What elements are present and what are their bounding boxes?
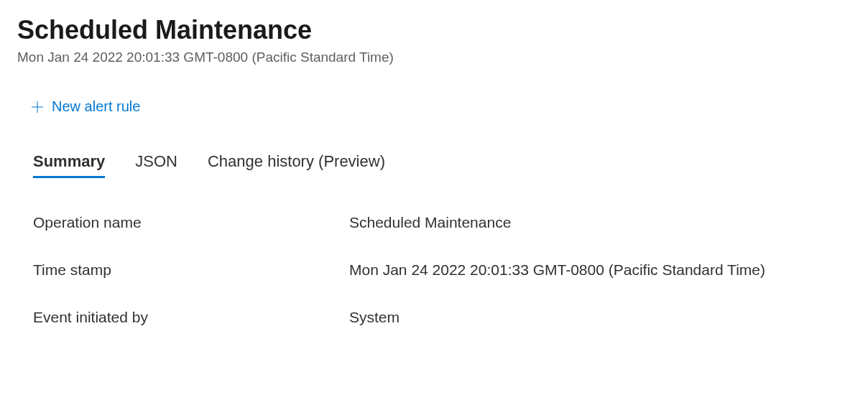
toolbar: New alert rule xyxy=(17,98,851,115)
tab-summary[interactable]: Summary xyxy=(33,152,105,178)
detail-row-time-stamp: Time stamp Mon Jan 24 2022 20:01:33 GMT-… xyxy=(33,261,851,279)
time-stamp-value: Mon Jan 24 2022 20:01:33 GMT-0800 (Pacif… xyxy=(349,261,765,279)
event-initiated-by-label: Event initiated by xyxy=(33,309,349,326)
page-subtitle: Mon Jan 24 2022 20:01:33 GMT-0800 (Pacif… xyxy=(17,50,851,65)
new-alert-rule-label: New alert rule xyxy=(52,98,140,115)
tab-change-history[interactable]: Change history (Preview) xyxy=(208,152,385,178)
new-alert-rule-button[interactable]: New alert rule xyxy=(30,98,140,115)
operation-name-value: Scheduled Maintenance xyxy=(349,214,511,231)
event-initiated-by-value: System xyxy=(349,309,400,326)
detail-row-operation-name: Operation name Scheduled Maintenance xyxy=(33,214,851,231)
time-stamp-label: Time stamp xyxy=(33,261,349,279)
plus-icon xyxy=(30,100,45,114)
tabs: Summary JSON Change history (Preview) xyxy=(17,152,851,178)
operation-name-label: Operation name xyxy=(33,214,349,231)
details-panel: Operation name Scheduled Maintenance Tim… xyxy=(17,214,851,326)
page-title: Scheduled Maintenance xyxy=(17,14,851,45)
detail-row-event-initiated-by: Event initiated by System xyxy=(33,309,851,326)
tab-json[interactable]: JSON xyxy=(135,152,177,178)
